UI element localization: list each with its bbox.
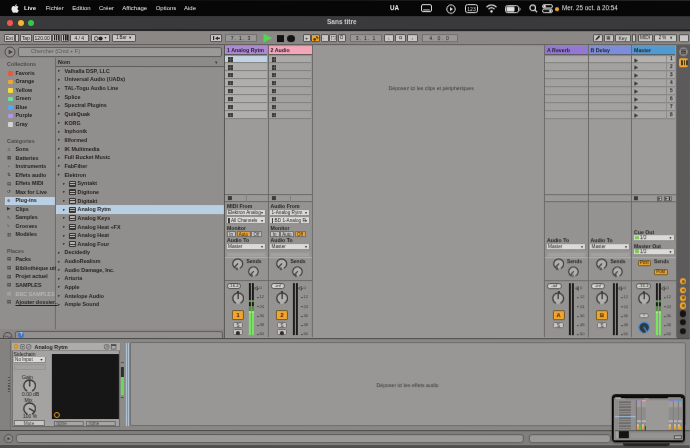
svg-text:123: 123 [467,6,476,12]
